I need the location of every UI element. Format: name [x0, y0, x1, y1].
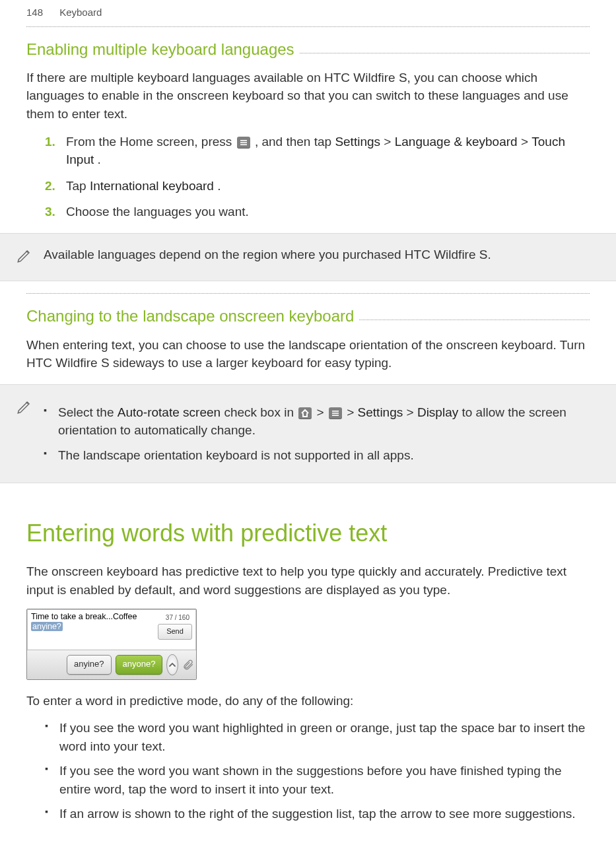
divider: [26, 293, 590, 294]
divider: [26, 26, 590, 27]
svg-rect-3: [332, 411, 339, 412]
section-heading-row: Changing to the landscape onscreen keybo…: [26, 306, 590, 326]
step-text: Choose the languages you want.: [66, 203, 590, 221]
list-item: Select the Auto-rotate screen check box …: [44, 403, 590, 440]
header-section: Keyboard: [59, 7, 102, 18]
section-intro: The onscreen keyboard has predictive tex…: [26, 562, 590, 599]
heading-trail: [359, 320, 590, 320]
bold-text: International keyboard: [90, 179, 214, 193]
highlighted-word: anyine?: [31, 622, 63, 631]
section-intro: If there are multiple keyboard languages…: [26, 69, 590, 123]
menu-icon: [329, 407, 342, 419]
step-number: 1.: [45, 133, 57, 169]
suggestion-bar: anyine? anyone?: [27, 650, 196, 679]
text: Time to take a break...Coffee: [31, 612, 137, 621]
step-item: 3. Choose the languages you want.: [45, 203, 590, 221]
pencil-icon: [16, 398, 34, 421]
text: check box in: [224, 405, 297, 419]
text: >: [521, 135, 531, 149]
step-item: 2. Tap International keyboard .: [45, 177, 590, 195]
note-box: Select the Auto-rotate screen check box …: [0, 384, 616, 484]
bold-text: Auto-rotate screen: [118, 405, 221, 419]
list-item: If you see the word you want highlighted…: [45, 719, 590, 755]
suggestion-chip-active[interactable]: anyone?: [116, 655, 163, 675]
svg-rect-4: [332, 413, 339, 414]
home-icon: [298, 407, 312, 419]
note-bullets: Select the Auto-rotate screen check box …: [44, 403, 590, 465]
section-intro: When entering text, you can choose to us…: [26, 336, 590, 372]
note-body: Select the Auto-rotate screen check box …: [44, 397, 590, 471]
step-text: From the Home screen, press , and then t…: [66, 133, 590, 169]
pencil-icon: [16, 247, 34, 269]
svg-rect-2: [240, 144, 247, 145]
step-number: 2.: [45, 177, 57, 195]
bold-text: Settings: [335, 135, 380, 149]
menu-icon: [237, 137, 250, 149]
page-content: Enabling multiple keyboard languages If …: [0, 26, 616, 845]
section-heading-row: Enabling multiple keyboard languages: [26, 39, 590, 59]
page-number: 148: [26, 5, 57, 20]
text: >: [384, 135, 394, 149]
text: Tap: [66, 179, 90, 193]
list-item: If you see the word you want shown in th…: [45, 762, 590, 798]
predictive-text-screenshot: Time to take a break...Coffee anyine? 37…: [26, 609, 197, 680]
text: From the Home screen, press: [66, 135, 236, 149]
expand-suggestions-icon[interactable]: [166, 654, 178, 675]
list-item: The landscape orientation keyboard is no…: [44, 446, 590, 465]
list-item: If an arrow is shown to the right of the…: [45, 805, 590, 823]
step-item: 1. From the Home screen, press , and the…: [45, 133, 590, 169]
note-body: Available languages depend on the region…: [44, 246, 590, 264]
bullet-list: If you see the word you want highlighted…: [45, 719, 590, 823]
bold-text: Display: [417, 405, 458, 419]
main-title: Entering words with predictive text: [26, 516, 590, 551]
svg-rect-1: [240, 142, 247, 143]
text: .: [98, 152, 101, 166]
text: , and then tap: [255, 135, 335, 149]
text: .: [217, 179, 221, 193]
attachment-icon[interactable]: [182, 658, 194, 672]
char-counter: 37 / 160: [166, 613, 189, 623]
step-number: 3.: [45, 203, 57, 221]
note-box: Available languages depend on the region…: [0, 233, 616, 282]
suggestion-chip[interactable]: anyine?: [67, 655, 112, 675]
section-title: Changing to the landscape onscreen keybo…: [26, 306, 354, 326]
bold-text: Language & keyboard: [395, 135, 518, 149]
text: >: [347, 405, 357, 419]
lead-text: To enter a word in predictive mode, do a…: [26, 692, 590, 710]
steps-list: 1. From the Home screen, press , and the…: [45, 133, 590, 221]
message-text: Time to take a break...Coffee anyine?: [31, 612, 159, 632]
send-button[interactable]: Send: [158, 624, 192, 640]
heading-trail: [300, 53, 590, 53]
step-text: Tap International keyboard .: [66, 177, 590, 195]
bold-text: Settings: [358, 405, 403, 419]
page-header: 148 Keyboard: [0, 0, 616, 22]
section-title: Enabling multiple keyboard languages: [26, 39, 294, 59]
svg-rect-0: [240, 140, 247, 141]
text: >: [317, 405, 327, 419]
text: >: [407, 405, 417, 419]
text: Select the: [58, 405, 118, 419]
svg-rect-5: [332, 415, 339, 416]
